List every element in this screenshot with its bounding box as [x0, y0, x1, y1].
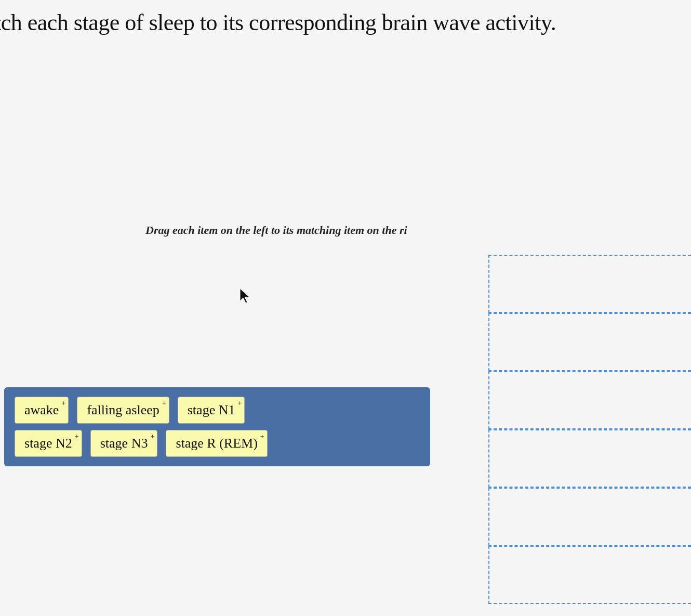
drag-item-stage-n3[interactable]: stage N3 +	[90, 430, 158, 457]
drag-item-stage-n1-plus: +	[237, 399, 242, 408]
drag-item-awake-label: awake	[24, 402, 59, 418]
drag-item-falling-asleep-label: falling asleep	[87, 402, 159, 418]
drag-item-stage-rem-plus: +	[260, 432, 264, 441]
drop-zone-3[interactable]	[488, 371, 691, 429]
drag-item-stage-n2[interactable]: stage N2 +	[15, 430, 82, 457]
drag-row-2: stage N2 + stage N3 + stage R (REM) +	[15, 430, 420, 457]
drop-zone-1[interactable]	[488, 255, 691, 313]
drag-item-awake[interactable]: awake +	[15, 397, 69, 424]
drop-zone-4[interactable]	[488, 429, 691, 488]
drag-item-awake-plus: +	[61, 399, 65, 408]
drop-zone-5[interactable]	[488, 488, 691, 546]
instruction-text: Drag each item on the left to its matchi…	[145, 224, 407, 237]
drag-items-panel: awake + falling asleep + stage N1 + stag…	[4, 387, 430, 466]
drag-item-stage-n1-label: stage N1	[188, 402, 235, 418]
drag-item-falling-asleep-plus: +	[162, 399, 166, 408]
drag-item-stage-n3-plus: +	[150, 432, 154, 441]
drop-zone-2[interactable]	[488, 313, 691, 371]
drag-item-stage-rem[interactable]: stage R (REM) +	[166, 430, 267, 457]
drag-item-stage-n1[interactable]: stage N1 +	[178, 397, 245, 424]
drag-item-stage-n2-plus: +	[75, 432, 79, 441]
drag-item-stage-n3-label: stage N3	[100, 436, 148, 451]
cursor-arrow	[239, 287, 251, 305]
page-title: tch each stage of sleep to its correspon…	[0, 9, 556, 36]
svg-marker-0	[240, 289, 249, 303]
drag-row-1: awake + falling asleep + stage N1 +	[15, 397, 420, 424]
drop-zones-panel	[488, 255, 691, 604]
drag-item-stage-n2-label: stage N2	[24, 436, 72, 451]
drop-zone-6[interactable]	[488, 546, 691, 604]
drag-item-stage-rem-label: stage R (REM)	[176, 436, 257, 451]
drag-item-falling-asleep[interactable]: falling asleep +	[77, 397, 169, 424]
